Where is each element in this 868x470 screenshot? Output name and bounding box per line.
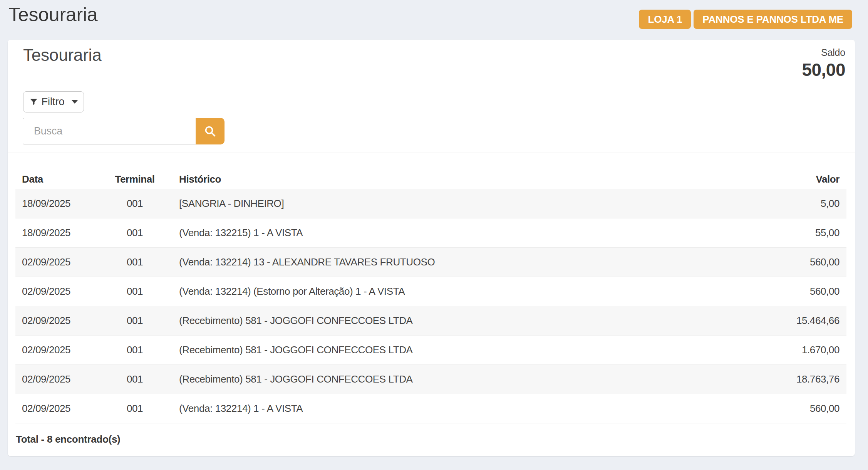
table-row: 02/09/2025 001 (Recebimento) 581 - JOGGO… — [15, 306, 846, 335]
cell-data: 02/09/2025 — [15, 344, 104, 356]
footer-divider — [8, 425, 855, 425]
cell-data: 02/09/2025 — [15, 315, 104, 327]
cell-data: 02/09/2025 — [15, 285, 104, 297]
tesouraria-page: Tesouraria LOJA 1 PANNOS E PANNOS LTDA M… — [0, 0, 868, 470]
cell-terminal: 001 — [104, 198, 166, 210]
column-header-historico: Histórico — [166, 173, 731, 185]
cell-data: 18/09/2025 — [15, 198, 104, 210]
saldo-label: Saldo — [802, 47, 845, 58]
cell-historico: (Venda: 132214) 1 - A VISTA — [166, 403, 731, 415]
cell-historico: (Recebimento) 581 - JOGGOFI CONFECCOES L… — [166, 373, 731, 385]
cell-valor: 560,00 — [731, 403, 846, 415]
search-button[interactable] — [196, 118, 225, 144]
cell-data: 18/09/2025 — [15, 227, 104, 239]
filter-button[interactable]: Filtro — [23, 91, 84, 112]
total-found-label: Total - 8 encontrado(s) — [16, 433, 120, 445]
header-buttons: LOJA 1 PANNOS E PANNOS LTDA ME — [639, 10, 852, 29]
cell-data: 02/09/2025 — [15, 256, 104, 268]
cell-data: 02/09/2025 — [15, 373, 104, 385]
tesouraria-card: Tesouraria Saldo 50,00 Filtro D — [8, 40, 855, 456]
cell-terminal: 001 — [104, 227, 166, 239]
column-header-valor: Valor — [731, 173, 846, 185]
cell-data: 02/09/2025 — [15, 403, 104, 415]
card-divider — [8, 153, 855, 153]
store-button[interactable]: LOJA 1 — [639, 10, 691, 29]
cell-terminal: 001 — [104, 256, 166, 268]
cell-terminal: 001 — [104, 344, 166, 356]
cell-historico: (Venda: 132214) 13 - ALEXANDRE TAVARES F… — [166, 256, 731, 268]
table-row: 02/09/2025 001 (Recebimento) 581 - JOGGO… — [15, 364, 846, 394]
cell-historico: (Venda: 132214) (Estorno por Alteração) … — [166, 285, 731, 297]
card-title: Tesouraria — [23, 45, 101, 65]
column-header-data: Data — [15, 173, 104, 185]
cell-valor: 560,00 — [731, 285, 846, 297]
search-input[interactable] — [23, 118, 196, 144]
cell-terminal: 001 — [104, 373, 166, 385]
cell-historico: (Recebimento) 581 - JOGGOFI CONFECCOES L… — [166, 344, 731, 356]
search-group — [23, 118, 225, 144]
cell-valor: 55,00 — [731, 227, 846, 239]
cell-valor: 5,00 — [731, 198, 846, 210]
cell-valor: 1.670,00 — [731, 344, 846, 356]
table-row: 02/09/2025 001 (Venda: 132214) 1 - A VIS… — [15, 394, 846, 423]
cell-historico: (Recebimento) 581 - JOGGOFI CONFECCOES L… — [166, 315, 731, 327]
cell-terminal: 001 — [104, 315, 166, 327]
saldo-block: Saldo 50,00 — [802, 47, 845, 79]
table-row: 18/09/2025 001 [SANGRIA - DINHEIRO] 5,00 — [15, 189, 846, 218]
table-row: 02/09/2025 001 (Recebimento) 581 - JOGGO… — [15, 335, 846, 364]
table-body: 18/09/2025 001 [SANGRIA - DINHEIRO] 5,00… — [15, 189, 846, 423]
table-row: 02/09/2025 001 (Venda: 132214) 13 - ALEX… — [15, 247, 846, 277]
funnel-icon — [30, 98, 38, 106]
saldo-value: 50,00 — [802, 60, 845, 80]
table-header-row: Data Terminal Histórico Valor — [15, 170, 846, 189]
transactions-table: Data Terminal Histórico Valor 18/09/2025… — [15, 170, 846, 423]
cell-valor: 560,00 — [731, 256, 846, 268]
filter-button-label: Filtro — [42, 96, 65, 108]
magnifier-icon — [204, 125, 217, 138]
table-row: 02/09/2025 001 (Venda: 132214) (Estorno … — [15, 277, 846, 306]
cell-historico: [SANGRIA - DINHEIRO] — [166, 198, 731, 210]
cell-terminal: 001 — [104, 285, 166, 297]
cell-valor: 15.464,66 — [731, 315, 846, 327]
page-title: Tesouraria — [8, 3, 97, 26]
column-header-terminal: Terminal — [104, 173, 166, 185]
cell-terminal: 001 — [104, 403, 166, 415]
chevron-down-icon — [72, 100, 78, 104]
cell-historico: (Venda: 132215) 1 - A VISTA — [166, 227, 731, 239]
cell-valor: 18.763,76 — [731, 373, 846, 385]
table-row: 18/09/2025 001 (Venda: 132215) 1 - A VIS… — [15, 218, 846, 247]
company-button[interactable]: PANNOS E PANNOS LTDA ME — [694, 10, 852, 29]
